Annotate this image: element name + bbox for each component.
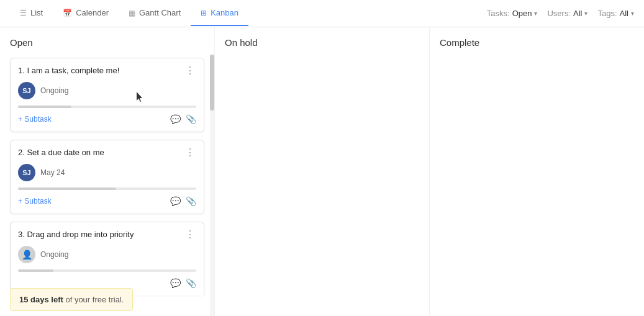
- column-open-header: Open: [10, 37, 204, 48]
- users-filter-value: All: [573, 9, 582, 18]
- card-1-actions: + Subtask 💬 📎: [18, 114, 196, 124]
- list-icon: ☰: [20, 9, 27, 17]
- card-3-header: 3. Drag and drop me into priority ⋮: [18, 230, 196, 240]
- calender-icon: 📅: [63, 9, 72, 17]
- card-1-subtask-btn[interactable]: + Subtask: [18, 115, 52, 124]
- nav-tabs: ☰ List 📅 Calender ▦ Gantt Chart ⊞ Kanban: [10, 1, 248, 26]
- tab-list[interactable]: ☰ List: [10, 1, 53, 26]
- column-complete: Complete: [430, 27, 644, 316]
- card-1-icons: 💬 📎: [170, 114, 196, 124]
- gantt-icon: ▦: [129, 9, 135, 17]
- tab-calender-label: Calender: [76, 8, 109, 17]
- card-2-subtask-btn[interactable]: + Subtask: [18, 197, 52, 205]
- users-filter-label: Users:: [547, 9, 571, 18]
- card-2-avatar-initials: SJ: [22, 169, 30, 176]
- card-2-actions: + Subtask 💬 📎: [18, 196, 196, 206]
- card-1-status: Ongoing: [40, 86, 68, 95]
- main-content: Open 1. I am a task, complete me! ⋮ SJ: [0, 27, 644, 316]
- kanban-icon: ⊞: [201, 9, 207, 17]
- tags-filter-arrow: ▾: [631, 10, 634, 17]
- users-filter-arrow: ▾: [584, 10, 587, 17]
- cards-open: 1. I am a task, complete me! ⋮ SJ Ongoin…: [10, 58, 204, 296]
- card-3-progress-fill: [18, 269, 53, 272]
- card-2-header: 2. Set a due date on me ⋮: [18, 148, 196, 158]
- column-on-hold: On hold: [215, 27, 430, 316]
- card-3-menu[interactable]: ⋮: [184, 230, 196, 240]
- tags-filter-label: Tags:: [597, 9, 617, 18]
- card-2: 2. Set a due date on me ⋮ SJ May 24 + Su…: [10, 140, 204, 214]
- tags-filter-value: All: [620, 9, 628, 18]
- card-2-progress-fill: [18, 187, 116, 190]
- card-2-attachment-icon[interactable]: 📎: [186, 196, 196, 206]
- card-3-progress-bar: [18, 269, 196, 272]
- scrollbar-thumb[interactable]: [210, 55, 214, 111]
- tab-gantt[interactable]: ▦ Gantt Chart: [119, 1, 191, 26]
- card-2-title: 2. Set a due date on me: [18, 148, 184, 157]
- top-navigation: ☰ List 📅 Calender ▦ Gantt Chart ⊞ Kanban…: [0, 0, 644, 27]
- card-2-meta: SJ May 24: [18, 164, 196, 181]
- column-on-hold-header: On hold: [225, 37, 419, 48]
- trial-bold-text: 15 days left: [19, 295, 63, 304]
- card-2-icons: 💬 📎: [170, 196, 196, 206]
- card-3-avatar-icon: 👤: [22, 250, 32, 260]
- card-2-menu[interactable]: ⋮: [184, 148, 196, 158]
- nav-filters: Tasks: Open ▾ Users: All ▾ Tags: All ▾: [487, 9, 634, 18]
- card-1-meta: SJ Ongoing: [18, 82, 196, 99]
- users-filter[interactable]: Users: All ▾: [547, 9, 587, 18]
- card-2-progress-bar: [18, 187, 196, 190]
- tab-kanban[interactable]: ⊞ Kanban: [191, 1, 248, 26]
- card-3-meta: 👤 Ongoing: [18, 246, 196, 263]
- card-1: 1. I am a task, complete me! ⋮ SJ Ongoin…: [10, 58, 204, 132]
- card-2-avatar: SJ: [18, 164, 35, 181]
- trial-banner: 15 days left of your free trial.: [10, 288, 133, 311]
- card-3-icons: 💬 📎: [170, 278, 196, 288]
- tasks-filter-value: Open: [512, 9, 532, 18]
- kanban-board: Open 1. I am a task, complete me! ⋮ SJ: [0, 27, 644, 316]
- card-3-actions: 💬 📎: [18, 278, 196, 288]
- trial-rest-text: of your free trial.: [63, 295, 124, 304]
- tab-kanban-label: Kanban: [211, 8, 238, 17]
- card-3-status: Ongoing: [40, 250, 68, 259]
- card-3-attachment-icon[interactable]: 📎: [186, 278, 196, 288]
- card-3-avatar: 👤: [18, 246, 35, 263]
- tags-filter[interactable]: Tags: All ▾: [597, 9, 634, 18]
- tasks-filter-label: Tasks:: [487, 9, 510, 18]
- column-open: Open 1. I am a task, complete me! ⋮ SJ: [0, 27, 215, 316]
- card-2-status: May 24: [40, 168, 65, 177]
- tasks-filter[interactable]: Tasks: Open ▾: [487, 9, 538, 18]
- card-2-comment-icon[interactable]: 💬: [170, 196, 181, 206]
- card-3-comment-icon[interactable]: 💬: [170, 278, 181, 288]
- card-1-avatar: SJ: [18, 82, 35, 99]
- scrollbar-track[interactable]: [210, 55, 214, 316]
- tab-gantt-label: Gantt Chart: [139, 8, 181, 17]
- tasks-filter-arrow: ▾: [534, 10, 537, 17]
- card-1-progress-bar: [18, 106, 196, 108]
- tab-list-label: List: [30, 8, 43, 17]
- column-complete-header: Complete: [440, 37, 634, 48]
- card-1-avatar-initials: SJ: [22, 87, 30, 94]
- card-3: 3. Drag and drop me into priority ⋮ 👤 On…: [10, 222, 204, 296]
- card-1-menu[interactable]: ⋮: [184, 66, 196, 76]
- card-1-attachment-icon[interactable]: 📎: [186, 114, 196, 124]
- card-1-title: 1. I am a task, complete me!: [18, 66, 184, 75]
- card-1-header: 1. I am a task, complete me! ⋮: [18, 66, 196, 76]
- card-1-progress-fill: [18, 106, 71, 108]
- tab-calender[interactable]: 📅 Calender: [53, 1, 119, 26]
- card-3-title: 3. Drag and drop me into priority: [18, 230, 184, 239]
- card-1-comment-icon[interactable]: 💬: [170, 114, 181, 124]
